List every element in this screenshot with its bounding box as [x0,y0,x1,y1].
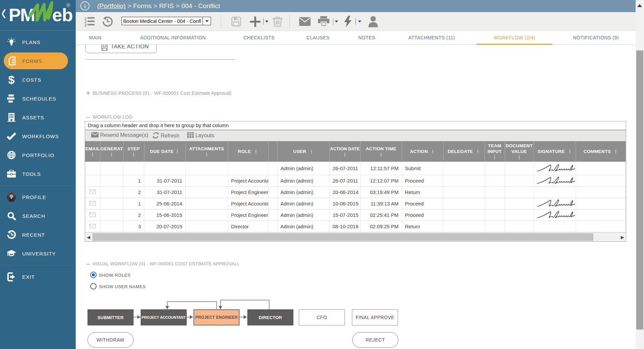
svg-text:3: 3 [84,23,86,27]
svg-text:®: ® [66,2,70,8]
